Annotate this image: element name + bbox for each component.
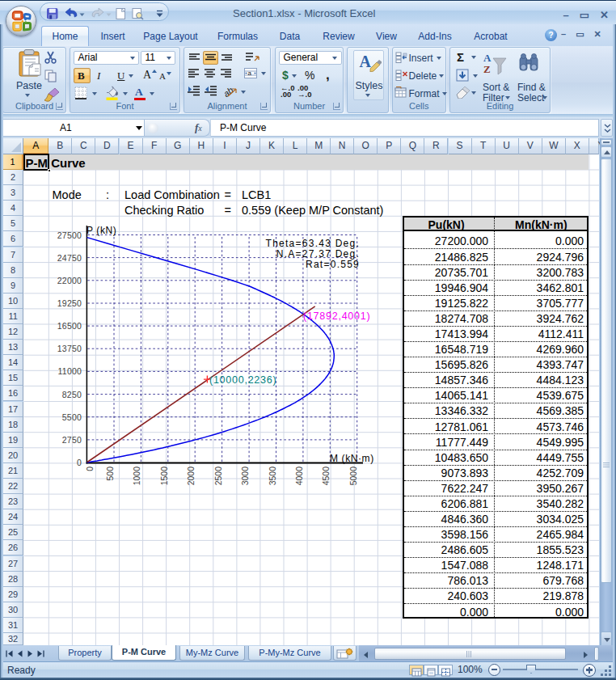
svg-text:a: a: [248, 70, 252, 77]
svg-text:Z: Z: [483, 63, 491, 75]
svg-text:A: A: [483, 52, 492, 64]
